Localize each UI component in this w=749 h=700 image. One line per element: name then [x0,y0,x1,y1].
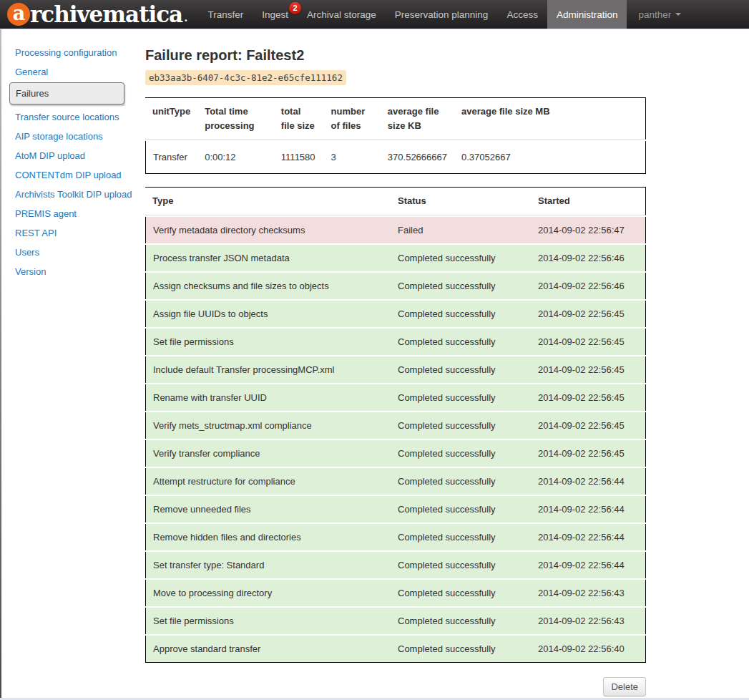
user-menu[interactable]: panther [630,0,690,29]
task-type: Verify metadata directory checksums [145,217,391,243]
task-status: Completed successfully [391,608,531,634]
task-type: Approve standard transfer [145,636,391,663]
task-started: 2014-09-02 22:56:47 [531,217,646,243]
task-status: Completed successfully [391,245,531,271]
task-started: 2014-09-02 22:56:45 [531,412,646,439]
task-row-set-file-permissions: Set file permissions Completed successfu… [145,608,646,634]
task-status: Completed successfully [391,301,531,327]
sidebar-item-aip-storage-locations: AIP storage locations [15,131,135,142]
nav-item-transfer[interactable]: Transfer [198,0,253,29]
task-row-process-transfer-json-metadata: Process transfer JSON metadata Completed… [145,245,646,271]
logo-text: rchivematica [30,1,182,27]
task-status: Completed successfully [391,273,531,299]
user-name: panther [638,9,671,20]
task-type: Set file permissions [145,329,391,355]
task-row-approve-standard-transfer: Approve standard transfer Completed succ… [145,636,646,663]
logo-dot: . [184,13,187,24]
task-status: Completed successfully [391,552,531,578]
chevron-down-icon [675,13,681,16]
task-row-assign-checksums-and-file-sizes-to-objects: Assign checksums and file sizes to objec… [145,273,646,299]
task-type: Remove hidden files and directories [145,524,391,550]
task-started: 2014-09-02 22:56:43 [531,608,646,634]
summary-column-header: Total time processing [197,97,274,140]
task-status: Completed successfully [391,496,531,522]
task-started: 2014-09-02 22:56:40 [531,636,646,663]
task-row-include-default-transfer-processingmcp-xml: Include default Transfer processingMCP.x… [145,356,646,383]
task-started: 2014-09-02 22:56:46 [531,245,646,271]
logo-a-icon: a [7,3,30,26]
task-row-set-file-permissions: Set file permissions Completed successfu… [145,329,646,355]
tasks-column-header: Started [531,187,646,215]
nav-item-access[interactable]: Access [497,0,547,29]
task-status: Completed successfully [391,524,531,550]
task-type: Assign checksums and file sizes to objec… [145,273,391,299]
nav-item-archival-storage[interactable]: Archival storage [298,0,386,29]
task-status: Completed successfully [391,636,531,663]
sidebar-item-version: Version [15,266,135,277]
sidebar-item-archivists-toolkit-dip-upload: Archivists Toolkit DIP upload [15,189,135,200]
task-status: Completed successfully [391,412,531,439]
task-type: Set file permissions [145,608,391,634]
summary-total-time: 0:00:12 [197,141,274,174]
task-row-verify-mets-structmap-xml-compliance: Verify mets_structmap.xml compliance Com… [145,412,646,439]
sidebar-item-rest-api: REST API [15,228,135,238]
task-started: 2014-09-02 22:56:45 [531,356,646,383]
report-actions: Delete [145,677,646,696]
task-type: Verify transfer compliance [145,440,391,467]
summary-column-header: total file size [274,97,324,140]
task-status: Completed successfully [391,356,531,383]
task-row-assign-file-uuids-to-objects: Assign file UUIDs to objects Completed s… [145,301,646,327]
summary-unit-type: Transfer [145,141,197,174]
task-started: 2014-09-02 22:56:46 [531,273,646,299]
task-row-rename-with-transfer-uuid: Rename with transfer UUID Completed succ… [145,384,646,411]
task-status: Completed successfully [391,468,531,495]
tasks-column-header: Status [391,187,531,215]
task-status: Completed successfully [391,580,531,606]
transfer-uuid-badge: eb33aa3b-6407-4c3c-81e2-e65cfe111162 [145,70,346,85]
task-status: Completed successfully [391,329,531,355]
task-type: Verify mets_structmap.xml compliance [145,412,391,439]
task-started: 2014-09-02 22:56:45 [531,440,646,467]
task-type: Assign file UUIDs to objects [145,301,391,327]
nav-item-ingest[interactable]: Ingest 2 [253,0,298,29]
task-row-attempt-restructure-for-compliance: Attempt restructure for compliance Compl… [145,468,646,495]
admin-sidebar: Processing configuration General Failure… [1,29,141,286]
sidebar-item-atom-dip-upload: AtoM DIP upload [15,150,135,161]
task-started: 2014-09-02 22:56:44 [531,468,646,495]
task-row-verify-metadata-directory-checksums: Verify metadata directory checksums Fail… [145,217,646,243]
summary-column-header: average file size MB [454,97,646,140]
task-row-move-to-processing-directory: Move to processing directory Completed s… [145,580,646,606]
task-type: Attempt restructure for compliance [145,468,391,495]
top-navbar: archivematica. Transfer Ingest 2 Archiva… [0,0,749,29]
task-type: Remove unneeded files [145,496,391,522]
task-started: 2014-09-02 22:56:45 [531,384,646,411]
tasks-table: TypeStatusStarted Verify metadata direct… [145,185,646,664]
task-type: Process transfer JSON metadata [145,245,391,271]
summary-total-file-size: 1111580 [274,141,324,174]
sidebar-item-users: Users [15,247,135,258]
delete-button[interactable]: Delete [603,677,646,696]
tasks-column-header: Type [145,187,391,215]
task-type: Rename with transfer UUID [145,384,391,411]
page-title: Failure report: Failtest2 [145,47,646,64]
summary-number-of-files: 3 [324,141,381,174]
summary-avg-size-mb: 0.37052667 [454,141,646,174]
archivematica-logo[interactable]: archivematica. [7,0,187,29]
nav-item-preservation-planning[interactable]: Preservation planning [386,0,498,29]
task-started: 2014-09-02 22:56:45 [531,329,646,355]
sidebar-item-transfer-source-locations: Transfer source locations [15,112,135,122]
task-status: Completed successfully [391,440,531,467]
task-started: 2014-09-02 22:56:43 [531,580,646,606]
task-type: Set transfer type: Standard [145,552,391,578]
task-started: 2014-09-02 22:56:44 [531,496,646,522]
main-content: Failure report: Failtest2 eb33aa3b-6407-… [145,29,646,696]
summary-column-header: average file size KB [381,97,454,140]
task-row-verify-transfer-compliance: Verify transfer compliance Completed suc… [145,440,646,467]
nav-item-administration[interactable]: Administration [547,0,627,29]
task-status: Failed [391,217,531,243]
task-type: Move to processing directory [145,580,391,606]
summary-avg-size-kb: 370.52666667 [381,141,454,174]
summary-column-header: number of files [324,97,381,140]
sidebar-item-premis-agent: PREMIS agent [15,208,135,219]
task-row-set-transfer-type-standard: Set transfer type: Standard Completed su… [145,552,646,578]
